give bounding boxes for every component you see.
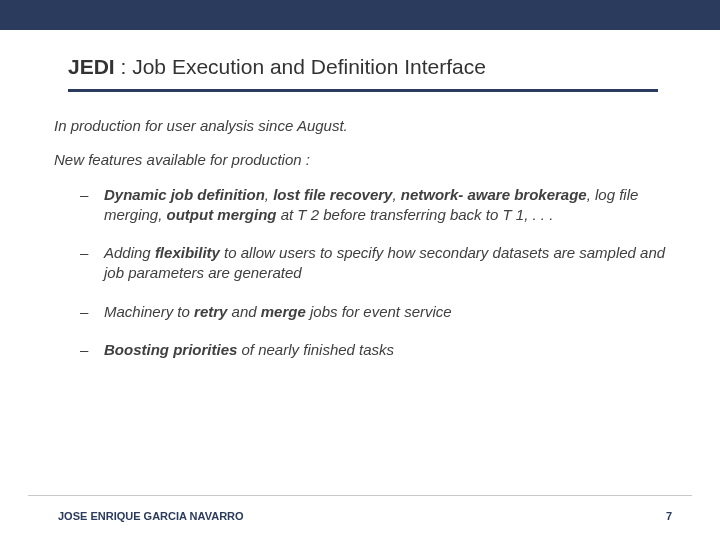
footer-rule [28,495,692,496]
text-bold: Dynamic job definition [104,186,265,203]
text: at T 2 before transferring back to T 1, … [277,206,554,223]
text-bold: network- aware brokerage [401,186,587,203]
list-item: Adding flexibility to allow users to spe… [80,243,670,284]
title-acronym: JEDI [68,55,115,78]
text: jobs for event service [306,303,452,320]
slide: JEDI : Job Execution and Definition Inte… [0,0,720,540]
lead-paragraph-1: In production for user analysis since Au… [54,116,670,136]
lead-paragraph-2: New features available for production : [54,150,670,170]
bullet-list: Dynamic job definition, lost file recove… [54,185,670,361]
text: Adding [104,244,155,261]
text-bold: retry [194,303,227,320]
text-bold: output merging [167,206,277,223]
footer-author: JOSE ENRIQUE GARCIA NAVARRO [58,510,244,522]
title-underline [68,89,658,92]
top-bar [0,0,720,30]
text: Machinery to [104,303,194,320]
list-item: Dynamic job definition, lost file recove… [80,185,670,226]
page-number: 7 [666,510,672,522]
text-bold: merge [261,303,306,320]
list-item: Boosting priorities of nearly finished t… [80,340,670,360]
text: , [265,186,273,203]
list-item: Machinery to retry and merge jobs for ev… [80,302,670,322]
title-block: JEDI : Job Execution and Definition Inte… [68,54,658,92]
title-rest: : Job Execution and Definition Interface [115,55,486,78]
text-bold: lost file recovery [273,186,392,203]
body: In production for user analysis since Au… [54,116,670,378]
text-bold: Boosting priorities [104,341,237,358]
footer: JOSE ENRIQUE GARCIA NAVARRO 7 [58,510,672,522]
text: of nearly finished tasks [237,341,394,358]
text: and [227,303,260,320]
text: , [392,186,400,203]
text-bold: flexibility [155,244,220,261]
slide-title: JEDI : Job Execution and Definition Inte… [68,54,658,79]
